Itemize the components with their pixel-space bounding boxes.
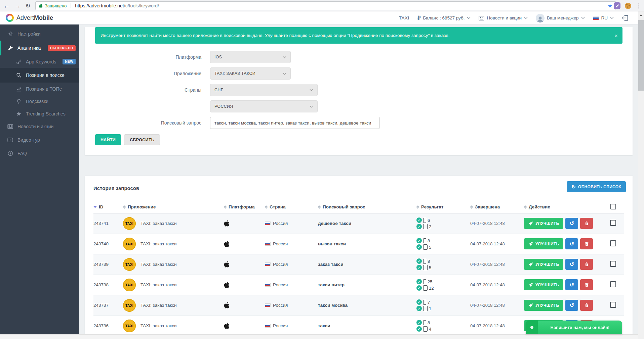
improve-button[interactable]: УЛУЧШИТЬ <box>524 279 563 290</box>
table-row: 243740 TAXI TAXI: заказ такси <box>93 234 624 254</box>
news-menu[interactable]: Новости и акции <box>479 15 528 20</box>
row-checkbox[interactable] <box>610 220 616 226</box>
delete-button[interactable] <box>580 218 593 229</box>
countries-group-select[interactable]: СНГ <box>210 84 318 96</box>
sidebar-item-search-position[interactable]: Позиция в поиске <box>0 68 79 83</box>
manager-label: Ваш менеджер <box>547 15 578 20</box>
chat-dot-icon <box>530 326 533 329</box>
search-query-input[interactable] <box>210 117 380 129</box>
table-row: 243739 TAXI TAXI: заказ такси <box>93 254 624 275</box>
improve-button[interactable]: УЛУЧШИТЬ <box>524 238 563 249</box>
check-icon <box>416 326 422 332</box>
sidebar-item-analytics[interactable]: Аналитика ОБНОВЛЕНО <box>0 41 79 55</box>
vertical-scrollbar[interactable] <box>638 11 644 339</box>
sidebar-item-settings[interactable]: Настройки <box>0 27 79 41</box>
column-application[interactable]: Приложение <box>123 201 224 213</box>
chat-open-button[interactable]: Напишите нам, мы онлайн! <box>538 321 622 334</box>
delete-button[interactable] <box>580 238 593 249</box>
forward-icon[interactable]: → <box>14 3 21 9</box>
refresh-list-button[interactable]: ↻ ОБНОВИТЬ СПИСОК <box>567 181 626 192</box>
rocket-icon <box>528 303 533 308</box>
history-panel: История запросов ↻ ОБНОВИТЬ СПИСОК ID Пр… <box>85 176 633 334</box>
column-result[interactable]: Результат <box>416 201 470 213</box>
scrollbar-thumb[interactable] <box>638 20 644 91</box>
back-icon[interactable]: ← <box>3 3 10 9</box>
sidebar-item-news[interactable]: Новости и акции <box>0 120 79 133</box>
balance-menu[interactable]: ₽ Баланс : 68527 руб. <box>417 15 471 21</box>
table-header-row: ID Приложение Платформа Страна Поисковый… <box>93 201 624 213</box>
column-action[interactable]: Действие <box>524 201 605 213</box>
horizontal-scrollbar[interactable] <box>0 334 638 339</box>
security-label: Защищено <box>45 3 67 8</box>
language-menu[interactable]: RU <box>593 15 614 20</box>
sidebar-item-faq[interactable]: FAQ <box>0 147 79 160</box>
main-content: Инструмент позволяет найти место вашего … <box>79 25 638 334</box>
column-id[interactable]: ID <box>93 201 123 213</box>
column-completed[interactable]: Завершена <box>470 201 524 213</box>
reload-icon[interactable]: ↻ <box>26 2 30 9</box>
check-icon <box>416 265 422 270</box>
improve-button[interactable]: УЛУЧШИТЬ <box>524 218 563 229</box>
platform-select[interactable]: IOS <box>210 51 291 63</box>
improve-button[interactable]: УЛУЧШИТЬ <box>524 300 563 311</box>
application-select[interactable]: TAXI: ЗАКАЗ ТАКСИ <box>210 67 291 80</box>
history-button[interactable]: ↺ <box>565 238 578 249</box>
history-button[interactable]: ↺ <box>565 218 578 229</box>
country-name: Россия <box>273 262 288 267</box>
reset-button[interactable]: СБРОСИТЬ <box>124 134 160 145</box>
chat-minimize-tab[interactable] <box>526 321 538 334</box>
bookmark-star-icon[interactable]: ★ <box>608 3 612 9</box>
column-query[interactable]: Поисковый запрос <box>318 201 416 213</box>
cookie-extension-icon[interactable] <box>625 3 631 9</box>
brand-logo[interactable]: AdvertMobile <box>6 14 53 22</box>
tablet-result: 2 <box>429 224 431 229</box>
column-platform[interactable]: Платформа <box>224 201 265 213</box>
sidebar-item-label: Настройки <box>17 31 41 37</box>
search-query: такси москва <box>318 295 416 316</box>
row-checkbox[interactable] <box>610 261 616 267</box>
extension-icon[interactable] <box>614 2 620 9</box>
close-icon[interactable]: × <box>614 33 618 38</box>
history-button[interactable]: ↺ <box>565 259 578 270</box>
chevron-down-icon <box>283 72 286 75</box>
history-icon: ↺ <box>570 220 574 227</box>
column-country[interactable]: Страна <box>265 201 318 213</box>
delete-button[interactable] <box>580 259 593 270</box>
sidebar-item-label: FAQ <box>17 151 27 156</box>
row-checkbox[interactable] <box>610 302 616 308</box>
history-icon: ↺ <box>570 302 574 308</box>
select-all-checkbox[interactable] <box>610 204 616 209</box>
taxi-app-icon: TAXI <box>123 299 136 312</box>
country-select[interactable]: РОССИЯ <box>210 100 318 112</box>
find-button[interactable]: НАЙТИ <box>95 134 121 145</box>
row-checkbox[interactable] <box>610 240 616 246</box>
search-icon <box>16 72 22 78</box>
app-name: TAXI: заказ такси <box>140 221 177 226</box>
delete-button[interactable] <box>580 279 593 290</box>
row-checkbox[interactable] <box>610 281 616 287</box>
country-name: Россия <box>273 221 288 226</box>
sidebar-item-app-keywords[interactable]: App Keywords NEW <box>0 55 79 68</box>
delete-button[interactable] <box>580 300 593 311</box>
result-phone-line: 25 <box>416 279 468 285</box>
manager-menu[interactable]: Ваш менеджер <box>536 14 585 22</box>
sidebar-item-top-position[interactable]: Позиция в ТОПе <box>0 83 79 95</box>
sidebar-item-trending-searches[interactable]: Trending Searches <box>0 107 79 120</box>
sidebar-item-suggestions[interactable]: Подсказки <box>0 95 79 107</box>
result-tablet-line: 12 <box>416 285 468 291</box>
info-banner: Инструмент позволяет найти место вашего … <box>95 27 622 44</box>
sidebar-item-label: Подсказки <box>26 99 48 104</box>
history-button[interactable]: ↺ <box>565 279 578 290</box>
sidebar-item-video-tour[interactable]: Видео-тур <box>0 133 79 147</box>
logout-button[interactable] <box>622 15 628 21</box>
security-indicator[interactable]: Защищено <box>39 3 67 8</box>
trash-icon <box>585 303 589 308</box>
tablet-icon <box>423 244 428 250</box>
history-button[interactable]: ↺ <box>565 300 578 311</box>
browser-menu-icon[interactable]: ⋮ <box>636 2 641 9</box>
address-bar[interactable]: Защищено https://advertmobile.net/c/tool… <box>35 1 616 10</box>
improve-button[interactable]: УЛУЧШИТЬ <box>524 259 563 270</box>
trash-icon <box>585 282 589 287</box>
scroll-up-arrow-icon[interactable] <box>640 14 642 16</box>
tablet-icon <box>423 265 428 270</box>
